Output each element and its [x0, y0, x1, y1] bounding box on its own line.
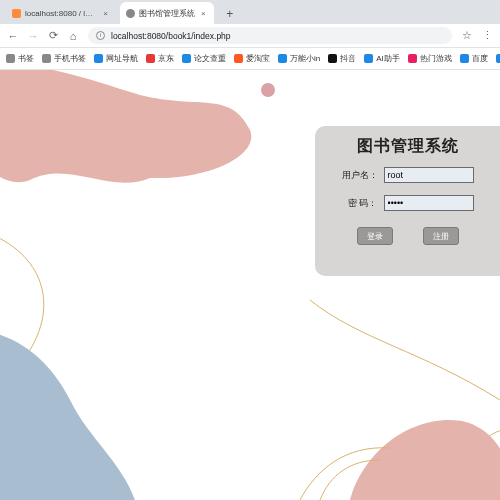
bookmark-item[interactable]: 爱淘宝: [234, 53, 270, 64]
username-input[interactable]: [384, 167, 474, 183]
phpmyadmin-icon: [12, 9, 21, 18]
toolbar: ← → ⟳ ⌂ i localhost:8080/book1/index.php…: [0, 24, 500, 48]
tab-title: 图书馆管理系统: [139, 8, 195, 19]
bookmark-icon: [328, 54, 337, 63]
bookmarks-bar: 书签 手机书签 网址导航 京东 论文查重 爱淘宝 万能小in 抖音 AI助手 热…: [0, 48, 500, 70]
site-icon: [126, 9, 135, 18]
username-label: 用户名：: [342, 169, 378, 182]
bookmark-item[interactable]: 书签: [6, 53, 34, 64]
menu-button[interactable]: ⋮: [478, 27, 496, 45]
close-icon[interactable]: ×: [201, 9, 206, 18]
login-panel: 图书管理系统 用户名： 密 码： 登录 注册: [315, 126, 500, 276]
new-tab-button[interactable]: +: [222, 6, 238, 22]
bookmark-item[interactable]: 万能小in: [278, 53, 320, 64]
home-button[interactable]: ⌂: [64, 27, 82, 45]
address-bar[interactable]: i localhost:8080/book1/index.php: [88, 27, 452, 44]
bookmark-item[interactable]: 创客贴: [496, 53, 500, 64]
forward-button[interactable]: →: [24, 27, 42, 45]
url-text: localhost:8080/book1/index.php: [111, 31, 231, 41]
password-label: 密 码：: [342, 197, 378, 210]
login-button[interactable]: 登录: [357, 227, 393, 245]
bookmark-item[interactable]: 论文查重: [182, 53, 226, 64]
password-input[interactable]: [384, 195, 474, 211]
bookmark-item[interactable]: 网址导航: [94, 53, 138, 64]
site-info-icon[interactable]: i: [96, 31, 105, 40]
bookmark-item[interactable]: 热门游戏: [408, 53, 452, 64]
login-title: 图书管理系统: [357, 136, 459, 157]
bookmark-icon: [182, 54, 191, 63]
bookmark-icon: [408, 54, 417, 63]
bookmark-icon: [146, 54, 155, 63]
bookmark-icon: [496, 54, 500, 63]
tab-strip: localhost:8080 / localhost / bo × 图书馆管理系…: [0, 0, 500, 24]
tab-title: localhost:8080 / localhost / bo: [25, 9, 97, 18]
bookmark-icon: [460, 54, 469, 63]
bookmark-item[interactable]: 手机书签: [42, 53, 86, 64]
tab-book-system[interactable]: 图书馆管理系统 ×: [120, 2, 214, 24]
bookmark-item[interactable]: 百度: [460, 53, 488, 64]
reload-button[interactable]: ⟳: [44, 27, 62, 45]
register-button[interactable]: 注册: [423, 227, 459, 245]
bookmark-icon: [42, 54, 51, 63]
bookmark-icon: [94, 54, 103, 63]
page-viewport: 图书管理系统 用户名： 密 码： 登录 注册: [0, 70, 500, 500]
star-button[interactable]: ☆: [458, 27, 476, 45]
bookmark-icon: [364, 54, 373, 63]
back-button[interactable]: ←: [4, 27, 22, 45]
svg-point-0: [261, 83, 275, 97]
bookmark-item[interactable]: 抖音: [328, 53, 356, 64]
bookmark-item[interactable]: 京东: [146, 53, 174, 64]
close-icon[interactable]: ×: [103, 9, 108, 18]
tab-phpmyadmin[interactable]: localhost:8080 / localhost / bo ×: [6, 2, 116, 24]
bookmark-item[interactable]: AI助手: [364, 53, 400, 64]
bookmark-icon: [6, 54, 15, 63]
bookmark-icon: [278, 54, 287, 63]
bookmark-icon: [234, 54, 243, 63]
